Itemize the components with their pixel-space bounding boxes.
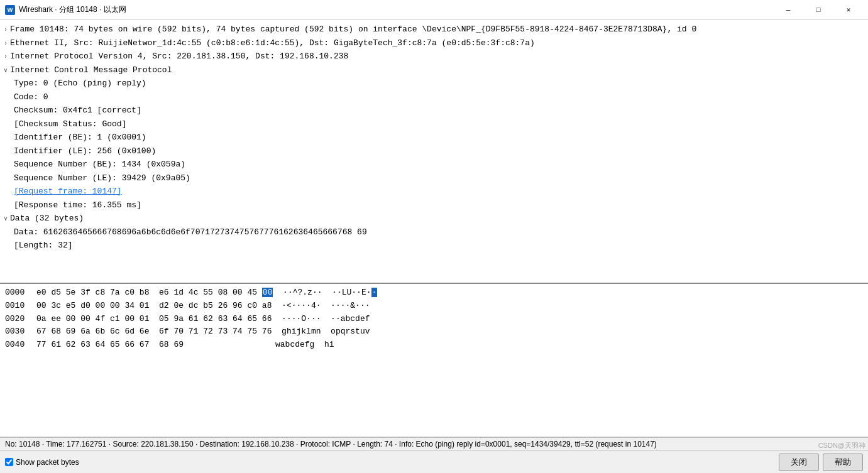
packet-detail-row[interactable]: ∨Internet Control Message Protocol [0, 63, 868, 77]
packet-detail-row: Identifier (BE): 1 (0x0001) [0, 131, 868, 144]
packet-detail-row: [Length: 32] [0, 239, 868, 253]
highlighted-byte: 00 [262, 288, 273, 297]
hex-ascii: wabcdefg hi [275, 339, 334, 352]
window-controls: — □ ✕ [774, 0, 863, 20]
hex-offset: 0030 [5, 325, 36, 339]
packet-detail-row: [Checksum Status: Good] [0, 117, 868, 131]
hex-row: 0040 77 61 62 63 64 65 66 67 68 69 wabcd… [5, 339, 863, 352]
packet-detail-row: Sequence Number (BE): 1434 (0x059a) [0, 158, 868, 171]
packet-detail-row[interactable]: ›Internet Protocol Version 4, Src: 220.1… [0, 50, 868, 63]
packet-detail-row[interactable]: ›Frame 10148: 74 bytes on wire (592 bits… [0, 23, 868, 36]
hex-ascii: ghijklmn opqrstuv [282, 325, 370, 339]
status-bar: No: 10148 · Time: 177.162751 · Source: 2… [0, 437, 868, 450]
help-button[interactable]: 帮助 [823, 454, 863, 471]
watermark-text: CSDN@天羽神 [818, 442, 865, 449]
detail-text: [Checksum Status: Good] [14, 119, 126, 129]
detail-link[interactable]: [Request frame: 10147] [14, 187, 122, 196]
close-dialog-button[interactable]: 关闭 [779, 454, 819, 471]
hex-offset: 0000 [5, 286, 36, 300]
detail-text: [Response time: 16.355 ms] [14, 200, 141, 210]
expand-arrow: ∨ [4, 66, 8, 75]
packet-detail-row: Data: 6162636465666768696a6b6c6d6e6f7071… [0, 226, 868, 239]
detail-text: Ethernet II, Src: RuijieNetwor_1d:4c:55 … [10, 38, 535, 48]
main-content: ›Frame 10148: 74 bytes on wire (592 bits… [0, 20, 868, 473]
packet-detail-row: Code: 0 [0, 90, 868, 104]
status-text: No: 10148 · Time: 177.162751 · Source: 2… [5, 440, 657, 449]
hex-bytes: e0 d5 5e 3f c8 7a c0 b8 e6 1d 4c 55 08 0… [36, 286, 283, 300]
hex-row: 0010 00 3c e5 d0 00 00 34 01 d2 0e dc b5… [5, 300, 863, 313]
hex-ascii: ·<····4· ····&··· [282, 300, 370, 313]
expand-arrow: ∨ [4, 214, 8, 224]
window-title: Wireshark · 分组 10148 · 以太网 [19, 4, 774, 15]
hex-ascii: ··^?.z·· ··LU··E·· [283, 286, 377, 300]
collapse-arrow: › [4, 39, 8, 48]
detail-text: Identifier (LE): 256 (0x0100) [14, 146, 156, 156]
hex-row: 0020 0a ee 00 00 4f c1 00 01 05 9a 61 62… [5, 313, 863, 326]
hex-row: 0030 67 68 69 6a 6b 6c 6d 6e 6f 70 71 72… [5, 325, 863, 339]
hex-bytes: 67 68 69 6a 6b 6c 6d 6e 6f 70 71 72 73 7… [36, 325, 282, 339]
show-bytes-text: Show packet bytes [16, 458, 79, 467]
left-controls: Show packet bytes [5, 458, 79, 467]
detail-text: Internet Protocol Version 4, Src: 220.18… [10, 52, 348, 61]
collapse-arrow: › [4, 25, 8, 35]
detail-text: Sequence Number (BE): 1434 (0x059a) [14, 160, 185, 169]
minimize-button[interactable]: — [774, 0, 803, 20]
detail-text: Internet Control Message Protocol [10, 65, 172, 75]
detail-text: [Length: 32] [14, 241, 73, 250]
packet-detail-row: Type: 0 (Echo (ping) reply) [0, 77, 868, 90]
detail-text: Data: 6162636465666768696a6b6c6d6e6f7071… [14, 227, 367, 237]
packet-detail-row: [Response time: 16.355 ms] [0, 198, 868, 212]
detail-text: Code: 0 [14, 92, 48, 102]
show-bytes-checkbox[interactable] [5, 458, 13, 466]
hex-bytes: 00 3c e5 d0 00 00 34 01 d2 0e dc b5 26 9… [36, 300, 282, 313]
detail-text: Data (32 bytes) [10, 214, 84, 223]
detail-text: Sequence Number (LE): 39429 (0x9a05) [14, 173, 190, 183]
bottom-bar: Show packet bytes 关闭 帮助 [0, 450, 868, 473]
detail-text: Type: 0 (Echo (ping) reply) [14, 79, 146, 88]
packet-detail-row: Checksum: 0x4fc1 [correct] [0, 104, 868, 117]
highlighted-ascii: · [371, 288, 378, 297]
app-icon: W [5, 5, 15, 15]
hex-dump-panel: 0000 e0 d5 5e 3f c8 7a c0 b8 e6 1d 4c 55… [0, 284, 868, 437]
title-bar: W Wireshark · 分组 10148 · 以太网 — □ ✕ [0, 0, 868, 20]
hex-bytes: 0a ee 00 00 4f c1 00 01 05 9a 61 62 63 6… [36, 313, 282, 326]
packet-detail-row[interactable]: ∨Data (32 bytes) [0, 212, 868, 226]
packet-details-panel: ›Frame 10148: 74 bytes on wire (592 bits… [0, 20, 868, 284]
detail-text: Frame 10148: 74 bytes on wire (592 bits)… [10, 24, 696, 34]
close-button[interactable]: ✕ [834, 0, 863, 20]
packet-detail-row: Sequence Number (LE): 39429 (0x9a05) [0, 171, 868, 185]
hex-offset: 0040 [5, 339, 36, 352]
hex-bytes: 77 61 62 63 64 65 66 67 68 69 [36, 339, 275, 352]
hex-offset: 0020 [5, 313, 36, 326]
hex-offset: 0010 [5, 300, 36, 313]
maximize-button[interactable]: □ [804, 0, 833, 20]
watermark: CSDN@天羽神 [818, 441, 865, 450]
detail-text: Identifier (BE): 1 (0x0001) [14, 133, 146, 142]
hex-ascii: ····O··· ··abcdef [282, 313, 370, 326]
detail-text: Checksum: 0x4fc1 [correct] [14, 106, 141, 115]
show-bytes-label[interactable]: Show packet bytes [5, 458, 79, 467]
right-controls: 关闭 帮助 [779, 454, 863, 471]
hex-row: 0000 e0 d5 5e 3f c8 7a c0 b8 e6 1d 4c 55… [5, 286, 863, 300]
collapse-arrow: › [4, 52, 8, 62]
packet-detail-row[interactable]: ›Ethernet II, Src: RuijieNetwor_1d:4c:55… [0, 36, 868, 50]
packet-detail-row: [Request frame: 10147] [0, 185, 868, 198]
packet-detail-row: Identifier (LE): 256 (0x0100) [0, 144, 868, 158]
